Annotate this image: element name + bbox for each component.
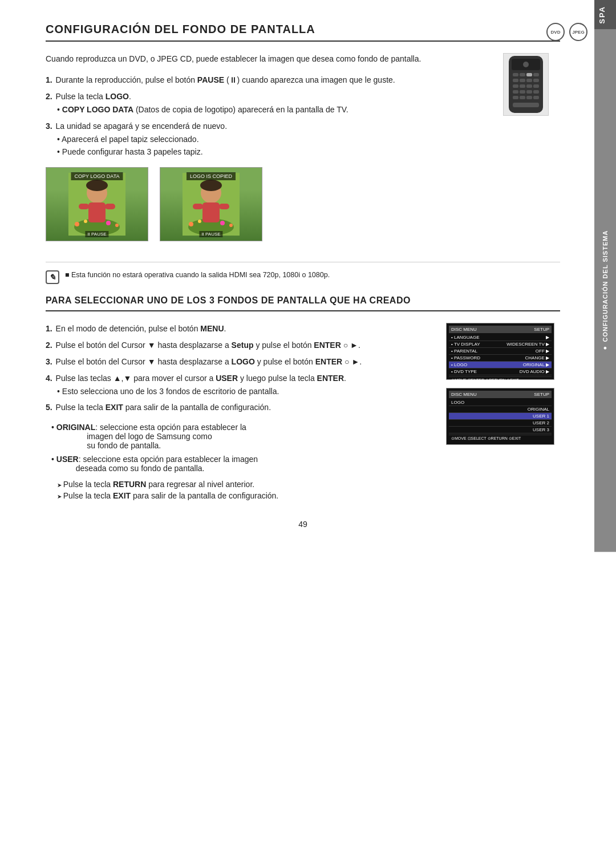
s2-step4-bullets: Esto selecciona uno de los 3 fondos de e…	[57, 386, 435, 398]
page-number: 49	[46, 520, 560, 529]
section2-text: 1. En el modo de detención, pulse el bot…	[46, 323, 435, 503]
icons-top-right: DVD JPEG	[546, 23, 587, 41]
step3: 3. La unidad se apagará y se encenderá d…	[46, 120, 480, 158]
sidebar-configuracion-label: ● CONFIGURACIÓN DEL SISTEMA	[594, 30, 616, 552]
menu2-user3-val: USER 3	[533, 427, 549, 432]
s2-step4-bullet1: Esto selecciona uno de los 3 fondos de e…	[57, 386, 435, 398]
s2-step2: 2. Pulse el botón del Cursor ▼ hasta des…	[46, 339, 435, 351]
svg-rect-35	[526, 84, 532, 88]
menu1-row5-logo: • LOGO ORIGINAL ▶	[449, 362, 552, 368]
svg-rect-30	[520, 79, 525, 82]
menu1-parental-val: OFF ▶	[536, 348, 549, 354]
menu2-user3-row: USER 3	[449, 427, 552, 433]
svg-rect-5	[79, 204, 89, 209]
menu1-row4: • PASSWORD CHANGE ▶	[449, 355, 552, 362]
remote-svg	[506, 56, 546, 113]
step2-number: 2.	[46, 92, 52, 101]
s2-step2-number: 2.	[46, 341, 52, 350]
section2-title: PARA SELECCIONAR UNO DE LOS 3 FONDOS DE …	[46, 295, 560, 311]
screen2-overlay-text: LOGO IS COPIED	[187, 172, 236, 180]
svg-point-3	[86, 180, 108, 191]
sidebar-tab: SPA ● CONFIGURACIÓN DEL SISTEMA	[594, 0, 616, 552]
svg-point-20	[220, 221, 225, 225]
menu1-tvdisplay-label: • TV DISPLAY	[451, 342, 480, 347]
user-option: • USER: seleccione esta opción para esta…	[51, 455, 435, 473]
note-box: ✎ ■ Esta función no estará operativa cua…	[46, 262, 560, 284]
svg-rect-36	[533, 84, 539, 88]
original-option: • ORIGINAL: seleccione esta opción para …	[51, 423, 435, 450]
menu2-header-left: DISC MENU	[451, 392, 477, 397]
s2-step1-number: 1.	[46, 324, 52, 333]
note-content: Esta función no estará operativa cuando …	[71, 271, 330, 279]
svg-rect-31	[526, 79, 532, 82]
menu1-row1: • LANGUAGE ▶	[449, 334, 552, 341]
step2: 2. Pulse la tecla LOGO. COPY LOGO DATA (…	[46, 91, 480, 116]
sidebar-spa-label: SPA	[594, 0, 616, 30]
menu2-user2-val: USER 2	[533, 420, 549, 426]
menu1-parental-label: • PARENTAL	[451, 348, 477, 354]
menu2-original-row: ORIGINAL	[449, 406, 552, 413]
steps-list: 1. Durante la reproducción, pulse el bot…	[46, 74, 480, 158]
svg-rect-26	[520, 73, 525, 76]
step1: 1. Durante la reproducción, pulse el bot…	[46, 74, 480, 86]
menu1-tvdisplay-val: WIDESCREEN TV ▶	[506, 342, 549, 347]
menu1-dvdtype-label: • DVD TYPE	[451, 369, 477, 374]
section2-content: 1. En el modo de detención, pulse el bot…	[46, 323, 560, 503]
menu1-dvdtype-val: DVD AUDIO ▶	[520, 369, 549, 374]
section1-content: Cuando reproduzca un DVD, o JPEG CD, pue…	[46, 53, 560, 250]
menu2-user1-val: USER 1	[533, 414, 549, 419]
screen-logo-copied: LOGO IS COPIED II PAUSE	[160, 167, 262, 241]
svg-rect-45	[513, 103, 539, 107]
menu2-header: DISC MENU SETUP	[449, 391, 552, 398]
screen-copy-logo: COPY LOGO DATA II PAUSE	[46, 167, 148, 241]
menu1-row3: • PARENTAL OFF ▶	[449, 348, 552, 355]
menu1-language: • LANGUAGE	[451, 335, 479, 340]
svg-point-19	[198, 220, 201, 223]
menu2-user1-row: USER 1	[449, 413, 552, 420]
menu-screen-2: DISC MENU SETUP LOGO ORIGINAL USER 1	[446, 388, 554, 445]
svg-rect-29	[513, 79, 518, 82]
menu2-original-val: ORIGINAL	[528, 407, 549, 412]
menu2-footer-text: ⊙MOVE ⊡SELECT ⊙RETURN ⊙EXIT	[451, 436, 521, 441]
s2-step5: 5. Pulse la tecla EXIT para salir de la …	[46, 402, 435, 414]
svg-rect-28	[533, 73, 539, 76]
svg-rect-42	[520, 96, 525, 99]
section2-images: DISC MENU SETUP • LANGUAGE ▶ • TV DISPLA…	[446, 323, 560, 503]
dvd-icon: DVD	[546, 23, 565, 41]
step2-bullet1: COPY LOGO DATA (Datos de copia de logoti…	[57, 104, 480, 116]
svg-rect-34	[520, 84, 525, 88]
svg-point-24	[523, 62, 529, 67]
menu-screen-1: DISC MENU SETUP • LANGUAGE ▶ • TV DISPLA…	[446, 323, 554, 380]
menu1-header-right: SETUP	[534, 327, 549, 332]
tips-section: Pulse la tecla RETURN para regresar al n…	[46, 480, 435, 500]
svg-rect-43	[526, 96, 532, 99]
options-section: • ORIGINAL: seleccione esta opción para …	[46, 423, 435, 473]
menu1-logo-val: ORIGINAL ▶	[523, 362, 549, 367]
menu1-logo-label: • LOGO	[451, 362, 467, 367]
svg-point-14	[200, 180, 222, 191]
svg-rect-38	[520, 90, 525, 94]
step2-bullets: COPY LOGO DATA (Datos de copia de logoti…	[57, 104, 480, 116]
menu1-language-arrow: ▶	[546, 335, 549, 340]
s2-step3-number: 3.	[46, 357, 52, 366]
menu2-user2-row: USER 2	[449, 420, 552, 427]
screen-images-row: COPY LOGO DATA II PAUSE	[46, 167, 480, 241]
screen2-pause-text: II PAUSE	[199, 231, 222, 237]
menu1-password-val: CHANGE ▶	[525, 355, 549, 360]
section1-text: Cuando reproduzca un DVD, o JPEG CD, pue…	[46, 53, 480, 250]
svg-rect-44	[533, 96, 539, 99]
tip1: Pulse la tecla RETURN para regresar al n…	[57, 480, 435, 489]
svg-rect-6	[105, 204, 115, 209]
svg-rect-41	[513, 96, 518, 99]
note-bullet: ■	[65, 271, 71, 279]
svg-point-7	[75, 222, 79, 226]
s2-step4-number: 4.	[46, 374, 52, 383]
s2-step1: 1. En el modo de detención, pulse el bot…	[46, 323, 435, 335]
step3-bullet1: Aparecerá el papel tapiz seleccionado.	[57, 134, 480, 145]
menu1-footer-text: ⊙MOVE ⊡ENTER ⊙RETURN ⊙EXIT	[451, 378, 519, 383]
svg-point-10	[115, 224, 119, 227]
intro-paragraph: Cuando reproduzca un DVD, o JPEG CD, pue…	[46, 53, 480, 65]
svg-rect-37	[513, 90, 518, 94]
step3-number: 3.	[46, 121, 52, 131]
svg-rect-4	[88, 202, 106, 222]
